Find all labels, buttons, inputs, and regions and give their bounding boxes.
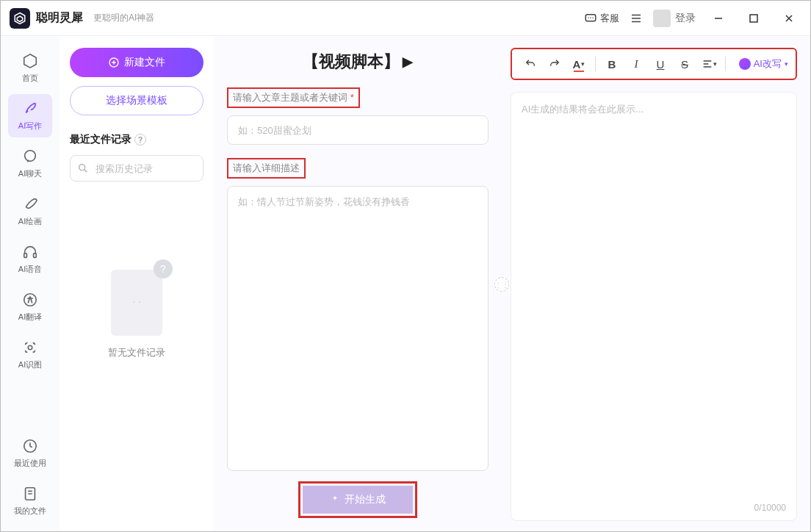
strike-button[interactable]: S (674, 54, 696, 74)
chat-bubble-icon (584, 12, 597, 25)
sidebar: 首页 AI写作 AI聊天 AI绘画 AI语音 AI翻译 AI识图 最 (1, 36, 60, 532)
topic-input[interactable] (227, 115, 489, 145)
italic-icon: I (635, 58, 638, 71)
brush-icon (21, 195, 39, 213)
align-button[interactable]: ▾ (698, 54, 720, 74)
font-a-icon: A (573, 58, 581, 71)
editor-toolbar: A▾ B I U S ▾ AI改写 ▾ (511, 48, 797, 80)
titlebar: 聪明灵犀 更聪明的AI神器 客服 登录 (1, 1, 810, 36)
close-button[interactable] (776, 8, 801, 29)
undo-icon (525, 58, 536, 70)
char-counter: 0/10000 (754, 503, 786, 513)
image-scan-icon (21, 339, 39, 356)
topic-label: 请输入文章主题或者关键词 * (227, 87, 489, 108)
feather-icon (21, 100, 39, 118)
generate-button[interactable]: 开始生成 (303, 486, 413, 514)
nav-my-files[interactable]: 我的文件 (8, 479, 52, 522)
avatar-placeholder-icon (653, 10, 671, 27)
nav-ai-chat[interactable]: AI聊天 (8, 142, 52, 185)
right-panel: ⋮⋮ A▾ B I U S ▾ AI改写 ▾ AI生成的结果将会在此展示... … (502, 36, 810, 532)
svg-point-5 (24, 294, 37, 306)
empty-illustration-icon: · · ? (104, 262, 170, 336)
nav-ai-image[interactable]: AI识图 (8, 333, 52, 376)
svg-point-10 (79, 165, 85, 170)
chat-icon (21, 148, 39, 165)
undo-button[interactable] (519, 54, 541, 74)
bold-icon: B (608, 58, 616, 71)
menu-button[interactable] (630, 12, 643, 25)
headphones-icon (21, 243, 39, 261)
svg-point-2 (25, 151, 36, 162)
resize-handle[interactable]: ⋮⋮ (494, 277, 509, 292)
detail-textarea[interactable] (227, 186, 489, 471)
detail-label: 请输入详细描述 (227, 158, 489, 179)
ai-icon (739, 58, 751, 70)
support-button[interactable]: 客服 (584, 12, 619, 25)
app-subtitle: 更聪明的AI神器 (93, 12, 154, 24)
search-history-input[interactable] (70, 155, 203, 181)
new-file-button[interactable]: 新建文件 (70, 48, 203, 77)
maximize-icon (749, 14, 758, 23)
toolbar-separator (725, 57, 726, 71)
minimize-icon (713, 13, 724, 24)
svg-rect-1 (750, 15, 757, 22)
underline-icon: U (657, 58, 665, 71)
maximize-button[interactable] (741, 8, 766, 29)
empty-state: · · ? 暂无文件记录 (70, 262, 203, 359)
toolbar-separator (595, 57, 596, 71)
left-panel: 新建文件 选择场景模板 最近文件记录 ? · · ? 暂无文件记录 (60, 36, 214, 532)
ai-rewrite-button[interactable]: AI改写 ▾ (739, 57, 788, 71)
svg-rect-4 (34, 254, 37, 258)
play-triangle-icon[interactable]: ▶ (403, 54, 413, 70)
nav-ai-translate[interactable]: AI翻译 (8, 285, 52, 328)
app-logo-wrap: 聪明灵犀 更聪明的AI神器 (10, 8, 154, 29)
redo-button[interactable] (544, 54, 566, 74)
sparkle-icon (330, 495, 340, 505)
nav-ai-voice[interactable]: AI语音 (8, 237, 52, 281)
svg-point-6 (28, 345, 32, 350)
search-icon (77, 162, 89, 174)
underline-button[interactable]: U (649, 54, 671, 74)
nav-home[interactable]: 首页 (8, 46, 52, 90)
choose-template-button[interactable]: 选择场景模板 (70, 86, 203, 115)
file-icon (21, 485, 39, 503)
translate-icon (21, 291, 39, 309)
clock-icon (21, 437, 39, 455)
app-name: 聪明灵犀 (36, 10, 83, 26)
align-icon (702, 58, 713, 70)
plus-circle-icon (108, 57, 120, 68)
recent-files-title: 最近文件记录 ? (70, 133, 203, 146)
nav-recent[interactable]: 最近使用 (8, 431, 52, 475)
center-panel: 【视频脚本】 ▶ 请输入文章主题或者关键词 * 请输入详细描述 开始生成 (214, 36, 502, 532)
result-output[interactable]: AI生成的结果将会在此展示... 0/10000 (511, 92, 797, 521)
home-icon (21, 52, 39, 70)
svg-rect-3 (24, 254, 27, 258)
hamburger-icon (630, 12, 643, 25)
close-icon (784, 13, 794, 24)
app-logo-icon (10, 8, 30, 29)
redo-icon (549, 58, 561, 70)
bold-button[interactable]: B (601, 54, 623, 74)
font-color-button[interactable]: A▾ (568, 54, 590, 74)
nav-ai-writing[interactable]: AI写作 (8, 94, 52, 137)
minimize-button[interactable] (706, 8, 731, 29)
nav-ai-draw[interactable]: AI绘画 (8, 190, 52, 233)
strikethrough-icon: S (681, 58, 688, 71)
italic-button[interactable]: I (625, 54, 647, 74)
help-icon[interactable]: ? (134, 134, 146, 145)
login-button[interactable]: 登录 (653, 10, 696, 27)
page-title: 【视频脚本】 ▶ (227, 51, 489, 73)
